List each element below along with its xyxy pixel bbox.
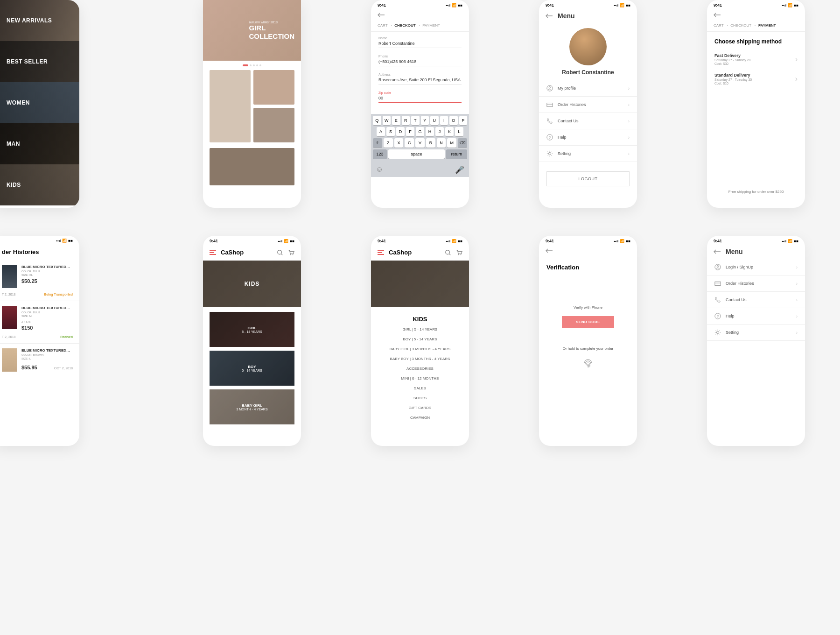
list-item[interactable]: CAMPAIGN	[410, 416, 430, 420]
logout-button[interactable]: LOGOUT	[546, 171, 630, 186]
list-item[interactable]: SHOES	[413, 396, 427, 400]
key-e[interactable]: E	[392, 116, 400, 125]
list-item[interactable]: BOY | 5 - 14 YEARS	[403, 337, 437, 341]
crumb-checkout[interactable]: CHECKOUT	[730, 23, 751, 28]
list-item[interactable]: BABY BOY | 3 MONTHS - 4 YEARS	[390, 357, 450, 361]
key-t[interactable]: T	[411, 116, 420, 125]
menu-item-setting[interactable]: Setting ›	[539, 146, 637, 162]
key-return[interactable]: return	[446, 149, 467, 159]
list-item[interactable]: GIFT CARDS	[409, 406, 431, 410]
menu-item-contact[interactable]: Contact Us ›	[707, 292, 805, 308]
product-image[interactable]	[253, 70, 294, 105]
category-man[interactable]: MAN	[0, 123, 79, 164]
hamburger-icon[interactable]	[378, 250, 384, 255]
order-item[interactable]: BLUE MICRO TEXTURED… COLOR: BLUE SIZE: M…	[0, 301, 79, 335]
crumb-cart[interactable]: CART	[378, 23, 388, 28]
kids-hero[interactable]: KIDS	[203, 261, 301, 307]
address-field[interactable]: Address Rosecrans Ave, Suite 200 El Segu…	[378, 73, 462, 85]
list-item[interactable]: ACCESSORIES	[406, 367, 434, 371]
key-123[interactable]: 123	[373, 149, 387, 159]
name-field[interactable]: Name Robert Constantine	[378, 36, 462, 48]
key-p[interactable]: P	[459, 116, 468, 125]
key-h[interactable]: H	[426, 127, 434, 136]
key-backspace[interactable]: ⌫	[458, 138, 467, 148]
key-y[interactable]: Y	[421, 116, 429, 125]
product-image[interactable]	[253, 108, 294, 142]
category-kids[interactable]: KIDS	[0, 164, 79, 205]
category-best-seller[interactable]: BEST SELLER	[0, 41, 79, 82]
key-c[interactable]: C	[405, 138, 414, 148]
hero-banner[interactable]: autumn winter 2018 GIRLCOLLECTION	[203, 0, 301, 61]
menu-item-setting[interactable]: Setting ›	[707, 325, 805, 341]
kids-hero[interactable]	[371, 261, 469, 307]
subcat-boy[interactable]: BOY 5 - 14 YEARS	[210, 351, 294, 386]
key-space[interactable]: space	[388, 149, 445, 159]
cart-icon[interactable]	[456, 249, 462, 256]
breadcrumb: CART › CHECKOUT › PAYMENT	[371, 21, 469, 32]
avatar[interactable]	[569, 28, 607, 65]
key-w[interactable]: W	[383, 116, 391, 125]
key-j[interactable]: J	[435, 127, 444, 136]
list-item[interactable]: GIRL | 5 - 14 YEARS	[403, 327, 438, 332]
shipping-option-standard[interactable]: Standard Delivery Saturday 27 - Tuesday …	[707, 69, 805, 89]
key-f[interactable]: F	[406, 127, 414, 136]
key-shift[interactable]: ⇧	[373, 138, 382, 148]
carousel-dots[interactable]	[203, 61, 301, 70]
list-item[interactable]: SALES	[414, 386, 426, 390]
key-i[interactable]: I	[440, 116, 448, 125]
search-icon[interactable]	[445, 249, 451, 256]
crumb-payment: PAYMENT	[758, 23, 776, 28]
key-b[interactable]: B	[426, 138, 435, 148]
key-n[interactable]: N	[437, 138, 446, 148]
mic-icon[interactable]: 🎤	[455, 165, 464, 174]
back-arrow-icon[interactable]	[378, 12, 385, 18]
product-image[interactable]	[210, 70, 251, 142]
crumb-payment[interactable]: PAYMENT	[422, 23, 440, 28]
key-l[interactable]: L	[455, 127, 463, 136]
key-s[interactable]: S	[386, 127, 395, 136]
back-arrow-icon[interactable]	[714, 249, 721, 254]
key-g[interactable]: G	[416, 127, 424, 136]
subcat-baby-girl[interactable]: BABY GIRL 3 MONTH - 4 YEARS	[210, 389, 294, 424]
product-image[interactable]	[210, 148, 294, 185]
menu-item-help[interactable]: ? Help ›	[539, 129, 637, 146]
back-arrow-icon[interactable]	[546, 13, 553, 19]
zip-field[interactable]: Zip code 00	[378, 91, 462, 103]
order-item[interactable]: BLUE MICRO TEXTURED… COLOR: BROWN SIZE: …	[0, 344, 79, 376]
category-women[interactable]: WOMEN	[0, 82, 79, 123]
key-k[interactable]: K	[445, 127, 454, 136]
subcat-girl[interactable]: GIRL 5 - 14 YEARS	[210, 312, 294, 347]
key-r[interactable]: R	[402, 116, 410, 125]
key-x[interactable]: X	[394, 138, 404, 148]
menu-item-orders[interactable]: Order Histories ›	[539, 97, 637, 113]
category-new-arrivals[interactable]: NEW ARRIVALS	[0, 0, 79, 41]
phone-field[interactable]: Phone (+501)425 906 4618	[378, 55, 462, 66]
key-q[interactable]: Q	[373, 116, 381, 125]
order-item[interactable]: BLUE MICRO TEXTURED… COLOR: BLUE SIZE: X…	[0, 260, 79, 293]
send-code-button[interactable]: SEND CODE	[562, 316, 614, 328]
key-u[interactable]: U	[430, 116, 439, 125]
key-a[interactable]: A	[377, 127, 385, 136]
menu-item-contact[interactable]: Contact Us ›	[539, 113, 637, 129]
menu-item-profile[interactable]: My profile ›	[539, 80, 637, 97]
key-o[interactable]: O	[449, 116, 458, 125]
key-m[interactable]: M	[447, 138, 456, 148]
emoji-icon[interactable]: ☺	[376, 165, 383, 174]
list-item[interactable]: BABY GIRL | 3 MONTHS - 4 YEARS	[390, 347, 450, 351]
shipping-option-fast[interactable]: Fast Delivery Saturday 27 - Sunday 28 Co…	[707, 49, 805, 69]
menu-item-orders[interactable]: Order Histories ›	[707, 275, 805, 292]
back-arrow-icon[interactable]	[714, 12, 721, 18]
back-arrow-icon[interactable]	[546, 248, 553, 254]
fingerprint-icon[interactable]	[581, 357, 595, 370]
menu-item-login[interactable]: Login / SignUp ›	[707, 259, 805, 275]
menu-item-help[interactable]: ? Help ›	[707, 308, 805, 325]
cart-icon[interactable]	[288, 249, 294, 256]
key-v[interactable]: V	[415, 138, 425, 148]
key-z[interactable]: Z	[384, 138, 393, 148]
chevron-right-icon: ›	[628, 151, 630, 156]
crumb-cart[interactable]: CART	[714, 23, 724, 28]
key-d[interactable]: D	[396, 127, 405, 136]
list-item[interactable]: MINI | 0 - 12 MONTHS	[401, 376, 439, 381]
search-icon[interactable]	[277, 249, 283, 256]
hamburger-icon[interactable]	[210, 250, 216, 255]
